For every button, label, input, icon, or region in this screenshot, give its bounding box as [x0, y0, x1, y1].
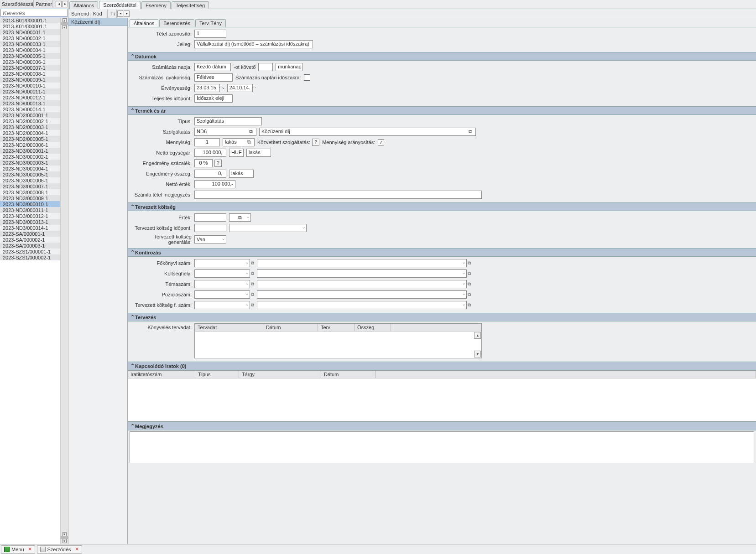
section-kontirozas[interactable]: ⌃Kontírozás — [128, 248, 756, 257]
contract-row[interactable]: 2023-SZS1/000002-1 — [0, 254, 60, 260]
contract-row[interactable]: 2023-ND3/000010-1 — [0, 201, 60, 207]
sel-tk-fszam-1[interactable] — [194, 301, 250, 309]
attach-icon[interactable]: ⧉ — [467, 129, 474, 135]
inp-megjegyzes[interactable] — [130, 431, 754, 463]
sel-pozicioszam-2[interactable] — [257, 290, 467, 299]
contract-row[interactable]: 2023-ND3/000004-1 — [0, 166, 60, 171]
contract-list[interactable]: 2013-B01/000001-12013-K01/000001-12023-N… — [0, 17, 60, 544]
status-menu[interactable]: Menü ✕ — [1, 545, 35, 554]
left-nav-prev[interactable]: ◂ — [56, 1, 62, 7]
inp-tipus[interactable]: Szolgáltatás — [194, 117, 262, 125]
sel-tk-idopont[interactable] — [229, 224, 307, 232]
grid-tervadat[interactable]: Tervadat Dátum Terv Összeg ▴ ▾ — [194, 323, 482, 358]
contract-row[interactable]: 2023-ND3/000014-1 — [0, 225, 60, 231]
inp-tk-idopont[interactable] — [194, 224, 226, 232]
inp-netto-ertek[interactable]: 100 000,- — [194, 180, 235, 188]
gc-targy[interactable]: Tárgy — [239, 371, 321, 378]
contract-row[interactable]: 2023-ND/000010-1 — [0, 83, 60, 88]
section-iratok[interactable]: ⌃Kapcsolódó iratok (0) — [128, 362, 756, 370]
attach-icon[interactable]: ⧉ — [251, 302, 254, 308]
inp-mennyiseg[interactable]: 1 — [194, 138, 220, 146]
gc-idatum[interactable]: Dátum — [321, 371, 376, 378]
close-icon[interactable]: ✕ — [28, 546, 32, 552]
gc-osszeg[interactable]: Összeg — [355, 324, 391, 331]
section-tervezes[interactable]: ⌃Tervezés — [128, 313, 756, 321]
attach-icon[interactable]: ⧉ — [468, 271, 471, 276]
contract-row[interactable]: 2023-ND3/000006-1 — [0, 177, 60, 183]
grid-iratok[interactable]: Iratiktatószám Típus Tárgy Dátum — [128, 370, 756, 422]
contract-row[interactable]: 2023-ND/000004-1 — [0, 47, 60, 53]
scroll-line-up[interactable]: ▴ — [63, 25, 67, 29]
scroll-page-up[interactable]: ▴ — [63, 18, 67, 22]
status-szerzodes[interactable]: Szerződés ✕ — [37, 545, 82, 554]
sel-tk-ertek[interactable]: ⧉ — [229, 213, 251, 222]
contract-row[interactable]: 2023-ND2/000005-1 — [0, 136, 60, 142]
inp-szamlazas-napja[interactable]: Kezdő dátum — [194, 63, 231, 71]
contract-row[interactable]: 2023-ND2/000006-1 — [0, 142, 60, 148]
attach-icon[interactable]: ⧉ — [468, 292, 471, 297]
attach-icon[interactable]: ⧉ — [237, 215, 243, 221]
item-row-selected[interactable]: Közüzemi díj — [68, 18, 127, 26]
left-col-partner[interactable]: Partner sz — [34, 0, 53, 8]
inp-teljesites[interactable]: Időszak eleji — [194, 94, 233, 103]
attach-icon[interactable]: ⧉ — [468, 281, 471, 287]
contract-row[interactable]: 2023-ND3/000002-1 — [0, 154, 60, 160]
section-tervezett-koltseg[interactable]: ⌃Tervezett költség — [128, 202, 756, 211]
contract-row[interactable]: 2023-ND3/000009-1 — [0, 195, 60, 201]
contract-row[interactable]: 2023-SA/000003-1 — [0, 243, 60, 249]
sel-temaszam-2[interactable] — [257, 280, 467, 288]
inp-gyakorisag[interactable]: Féléves — [194, 73, 233, 82]
inp-mennyiseg-unit[interactable]: lakás⧉ — [223, 138, 255, 146]
attach-icon[interactable]: ⧉ — [251, 281, 254, 287]
inp-egysegar[interactable]: 100 000,- — [194, 149, 226, 157]
grid-scroll-down[interactable]: ▾ — [474, 351, 481, 357]
gc-datum[interactable]: Dátum — [263, 324, 318, 331]
section-megjegyzes[interactable]: ⌃Megjegyzés — [128, 422, 756, 430]
main-tab-teljesítettség[interactable]: Teljesítettség — [172, 1, 209, 9]
gc-terv[interactable]: Terv — [318, 324, 355, 331]
contract-row[interactable]: 2023-ND/000008-1 — [0, 71, 60, 77]
inp-szamla-megj[interactable] — [194, 191, 482, 199]
subtab-terv-tény[interactable]: Terv-Tény — [195, 19, 226, 27]
main-tab-esemény[interactable]: Esemény — [141, 1, 171, 9]
contract-row[interactable]: 2023-ND3/000001-1 — [0, 148, 60, 154]
contract-row[interactable]: 2023-ND3/000013-1 — [0, 219, 60, 225]
close-icon[interactable]: ✕ — [75, 546, 79, 552]
subcol-tipus[interactable]: Tí — [108, 10, 117, 18]
sel-fokonyv-1[interactable] — [194, 259, 250, 267]
gc-itipus[interactable]: Típus — [195, 371, 239, 378]
inp-eng-osszeg[interactable]: 0,- — [194, 170, 226, 178]
subtab-általános[interactable]: Általános — [130, 19, 158, 27]
inp-tk-ertek[interactable] — [194, 213, 226, 222]
contract-row[interactable]: 2023-ND2/000001-1 — [0, 112, 60, 118]
item-list[interactable]: Közüzemi díj — [68, 18, 128, 544]
grid-scroll-up[interactable]: ▴ — [474, 332, 481, 339]
inp-egysegar-unit[interactable]: lakás — [246, 149, 271, 157]
subnav-next[interactable]: ▸ — [124, 10, 130, 17]
scroll-line-down[interactable]: ▾ — [63, 532, 67, 536]
inp-munkanap[interactable]: munkanap — [276, 63, 303, 71]
inp-erv-from[interactable]: 23.03.15.⋯ — [194, 84, 220, 92]
chk-naptari-idoszakra[interactable] — [304, 74, 310, 81]
contract-row[interactable]: 2023-SZS1/000001-1 — [0, 249, 60, 254]
contract-row[interactable]: 2023-ND3/000003-1 — [0, 160, 60, 166]
left-scrollbar[interactable]: ▴ ▴ ▾ ▾ — [60, 17, 68, 544]
inp-ot-koveto[interactable] — [258, 63, 273, 71]
attach-icon[interactable]: ⧉ — [251, 271, 254, 276]
main-tab-szerződéstétel[interactable]: Szerződéstétel — [99, 1, 141, 9]
contract-row[interactable]: 2023-ND/000002-1 — [0, 35, 60, 41]
sel-tk-generalas[interactable]: Van — [194, 235, 226, 243]
sel-koltseghely-2[interactable] — [257, 269, 467, 278]
contract-row[interactable]: 2023-ND/000001-1 — [0, 29, 60, 35]
contract-row[interactable]: 2023-ND3/000007-1 — [0, 183, 60, 189]
inp-jelleg[interactable]: Vállalkozási díj (ismétlődő – számlázási… — [194, 40, 313, 48]
section-datumok[interactable]: ⌃Dátumok — [128, 52, 756, 61]
contract-row[interactable]: 2023-ND/000005-1 — [0, 53, 60, 59]
subtab-berendezés[interactable]: Berendezés — [159, 19, 194, 27]
subnav-prev[interactable]: ◂ — [117, 10, 123, 17]
contract-row[interactable]: 2013-K01/000001-1 — [0, 23, 60, 29]
attach-icon[interactable]: ⧉ — [248, 129, 254, 135]
subcol-kod[interactable]: Kód — [90, 10, 108, 18]
contract-row[interactable]: 2013-B01/000001-1 — [0, 17, 60, 23]
scroll-page-down[interactable]: ▾ — [63, 539, 67, 543]
